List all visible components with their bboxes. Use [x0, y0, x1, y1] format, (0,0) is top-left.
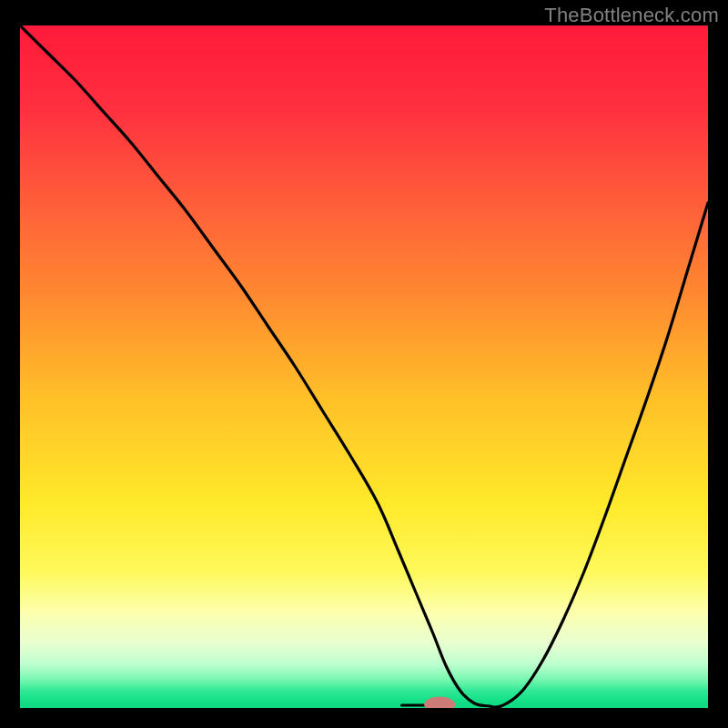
- gradient-background: [20, 25, 708, 708]
- plot-area: [20, 25, 708, 708]
- chart-frame: TheBottleneck.com: [0, 0, 728, 728]
- watermark-text: TheBottleneck.com: [544, 4, 719, 27]
- bottleneck-chart: [20, 25, 708, 708]
